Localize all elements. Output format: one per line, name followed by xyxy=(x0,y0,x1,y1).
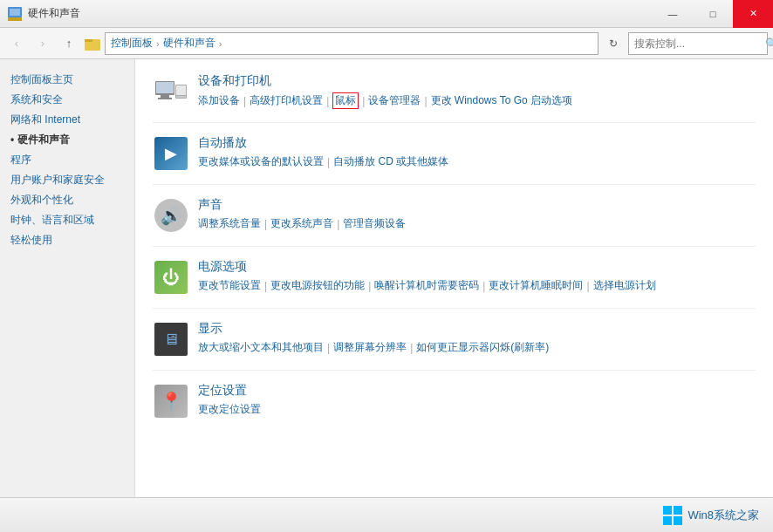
bottom-bar: Win8系统之家 xyxy=(0,497,773,532)
display-body: 显示 放大或缩小文本和其他项目 | 调整屏幕分辨率 | 如何更正显示器闪烁(刷新… xyxy=(198,321,756,355)
link-mouse[interactable]: 鼠标 xyxy=(332,92,359,109)
sidebar: 控制面板主页 系统和安全 网络和 Internet 硬件和声音 程序 用户账户和… xyxy=(0,59,135,532)
back-button[interactable]: ‹ xyxy=(5,32,28,55)
autoplay-links: 更改媒体或设备的默认设置 | 自动播放 CD 或其他媒体 xyxy=(198,154,756,169)
addressbar: ‹ › ↑ 控制面板 › 硬件和声音 › ↻ 🔍 xyxy=(0,28,773,59)
link-change-sounds[interactable]: 更改系统声音 xyxy=(270,216,333,231)
titlebar-left: 硬件和声音 xyxy=(7,6,80,22)
address-path[interactable]: 控制面板 › 硬件和声音 › xyxy=(105,32,599,55)
display-icon: 🖥 xyxy=(153,321,189,358)
section-devices: 设备和打印机 添加设备 | 高级打印机设置 | 鼠标 | 设备管理器 | 更改 … xyxy=(153,73,756,123)
search-box[interactable]: 🔍 xyxy=(628,32,768,55)
autoplay-body: 自动播放 更改媒体或设备的默认设置 | 自动播放 CD 或其他媒体 xyxy=(198,135,756,169)
svg-rect-10 xyxy=(176,85,186,95)
svg-rect-1 xyxy=(8,17,22,21)
link-adjust-volume[interactable]: 调整系统音量 xyxy=(198,216,261,231)
sound-links: 调整系统音量 | 更改系统声音 | 管理音频设备 xyxy=(198,216,756,231)
path-sep-2: › xyxy=(219,38,222,49)
win8-cell-3 xyxy=(663,516,672,525)
link-autoplay-cd[interactable]: 自动播放 CD 或其他媒体 xyxy=(333,154,448,169)
link-resolution[interactable]: 调整屏幕分辨率 xyxy=(333,340,407,355)
link-power-button[interactable]: 更改电源按钮的功能 xyxy=(270,278,365,293)
sidebar-item-system[interactable]: 系统和安全 xyxy=(10,90,134,110)
sound-title[interactable]: 声音 xyxy=(198,197,756,213)
link-wakeup-password[interactable]: 唤醒计算机时需要密码 xyxy=(374,278,479,293)
up-button[interactable]: ↑ xyxy=(58,32,80,55)
path-current[interactable]: 硬件和声音 xyxy=(163,36,215,51)
sidebar-item-network[interactable]: 网络和 Internet xyxy=(10,110,134,130)
link-text-size[interactable]: 放大或缩小文本和其他项目 xyxy=(198,340,324,355)
display-title[interactable]: 显示 xyxy=(198,321,756,337)
section-location: 📍 定位设置 更改定位设置 xyxy=(153,383,756,432)
play-icon: ▶ xyxy=(154,137,188,170)
sound-icon: 🔊 xyxy=(153,197,189,234)
link-printer-settings[interactable]: 高级打印机设置 xyxy=(250,93,323,108)
forward-button[interactable]: › xyxy=(31,32,54,55)
power-icon-shape: ⏻ xyxy=(154,261,188,294)
win8-cell-4 xyxy=(674,516,682,525)
location-links: 更改定位设置 xyxy=(198,402,756,417)
devices-links: 添加设备 | 高级打印机设置 | 鼠标 | 设备管理器 | 更改 Windows… xyxy=(198,92,756,109)
power-title[interactable]: 电源选项 xyxy=(198,259,756,275)
svg-rect-7 xyxy=(161,95,169,98)
sidebar-item-ease[interactable]: 轻松使用 xyxy=(10,230,134,250)
link-add-device[interactable]: 添加设备 xyxy=(198,93,240,108)
link-power-save[interactable]: 更改节能设置 xyxy=(198,278,261,293)
devices-body: 设备和打印机 添加设备 | 高级打印机设置 | 鼠标 | 设备管理器 | 更改 … xyxy=(198,73,756,109)
sidebar-item-clock[interactable]: 时钟、语言和区域 xyxy=(10,210,134,230)
path-sep-1: › xyxy=(156,38,160,49)
speaker-icon: 🔊 xyxy=(154,199,188,232)
sound-body: 声音 调整系统音量 | 更改系统声音 | 管理音频设备 xyxy=(198,197,756,231)
svg-rect-2 xyxy=(10,9,20,16)
sidebar-item-programs[interactable]: 程序 xyxy=(10,150,134,170)
link-sleep-time[interactable]: 更改计算机睡眠时间 xyxy=(489,278,583,293)
sidebar-item-appearance[interactable]: 外观和个性化 xyxy=(10,190,134,210)
svg-rect-4 xyxy=(85,39,92,42)
autoplay-icon: ▶ xyxy=(153,135,189,172)
section-sound: 🔊 声音 调整系统音量 | 更改系统声音 | 管理音频设备 xyxy=(153,197,756,247)
svg-rect-6 xyxy=(156,82,174,93)
refresh-button[interactable]: ↻ xyxy=(602,32,625,55)
link-device-manager[interactable]: 设备管理器 xyxy=(368,93,421,108)
win8-logo: Win8系统之家 xyxy=(663,506,759,525)
power-body: 电源选项 更改节能设置 | 更改电源按钮的功能 | 唤醒计算机时需要密码 | 更… xyxy=(198,259,756,293)
sidebar-item-users[interactable]: 用户账户和家庭安全 xyxy=(10,170,134,190)
section-display: 🖥 显示 放大或缩小文本和其他项目 | 调整屏幕分辨率 | 如何更正显示器闪烁(… xyxy=(153,321,756,371)
maximize-button[interactable]: □ xyxy=(693,0,733,28)
titlebar-controls: — □ ✕ xyxy=(653,0,773,28)
power-links: 更改节能设置 | 更改电源按钮的功能 | 唤醒计算机时需要密码 | 更改计算机睡… xyxy=(198,278,756,293)
autoplay-title[interactable]: 自动播放 xyxy=(198,135,756,151)
link-default-media[interactable]: 更改媒体或设备的默认设置 xyxy=(198,154,324,169)
link-manage-audio[interactable]: 管理音频设备 xyxy=(343,216,406,231)
window-icon xyxy=(7,6,23,22)
section-power: ⏻ 电源选项 更改节能设置 | 更改电源按钮的功能 | 唤醒计算机时需要密码 |… xyxy=(153,259,756,309)
path-root[interactable]: 控制面板 xyxy=(111,36,153,51)
search-input[interactable] xyxy=(634,38,765,50)
search-icon: 🔍 xyxy=(765,38,773,50)
folder-icon xyxy=(84,35,101,52)
link-power-plan[interactable]: 选择电源计划 xyxy=(593,278,656,293)
display-links: 放大或缩小文本和其他项目 | 调整屏幕分辨率 | 如何更正显示器闪烁(刷新率) xyxy=(198,340,756,355)
window-title: 硬件和声音 xyxy=(28,6,80,21)
display-icon-shape: 🖥 xyxy=(154,323,188,356)
location-title[interactable]: 定位设置 xyxy=(198,383,756,399)
location-icon: 📍 xyxy=(153,383,189,419)
win8-cell-2 xyxy=(674,506,682,515)
minimize-button[interactable]: — xyxy=(653,0,693,28)
svg-rect-11 xyxy=(176,96,186,98)
content-area: 设备和打印机 添加设备 | 高级打印机设置 | 鼠标 | 设备管理器 | 更改 … xyxy=(135,59,773,532)
sidebar-item-home[interactable]: 控制面板主页 xyxy=(10,70,134,90)
link-windows-to-go[interactable]: 更改 Windows To Go 启动选项 xyxy=(431,93,572,108)
location-body: 定位设置 更改定位设置 xyxy=(198,383,756,417)
win8-brand-text: Win8系统之家 xyxy=(687,508,759,523)
main-layout: 控制面板主页 系统和安全 网络和 Internet 硬件和声音 程序 用户账户和… xyxy=(0,59,773,532)
devices-title[interactable]: 设备和打印机 xyxy=(198,73,756,89)
link-flicker[interactable]: 如何更正显示器闪烁(刷新率) xyxy=(416,340,549,355)
close-button[interactable]: ✕ xyxy=(733,0,773,28)
power-icon: ⏻ xyxy=(153,259,189,296)
titlebar: 硬件和声音 — □ ✕ xyxy=(0,0,773,28)
link-location-settings[interactable]: 更改定位设置 xyxy=(198,402,261,417)
win8-cell-1 xyxy=(663,506,672,515)
sidebar-item-hardware[interactable]: 硬件和声音 xyxy=(10,130,134,150)
svg-rect-8 xyxy=(158,98,172,99)
